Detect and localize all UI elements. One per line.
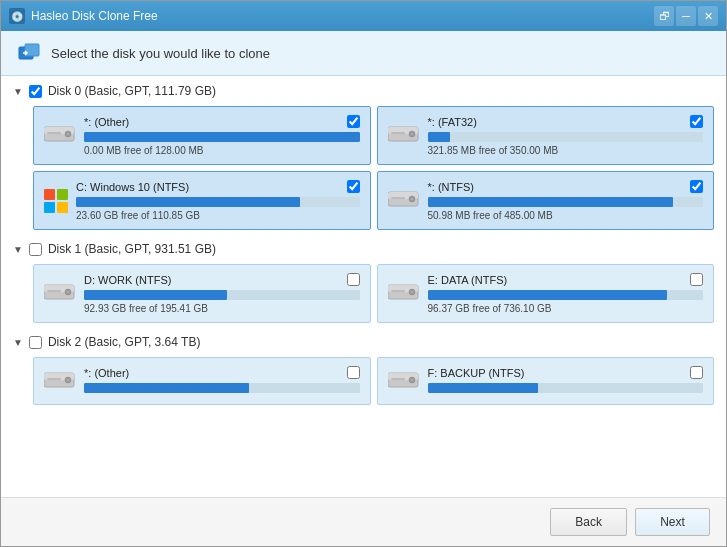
partition-info-2-1: F: BACKUP (NTFS): [428, 366, 704, 396]
partition-info-0-1: *: (FAT32)321.85 MB free of 350.00 MB: [428, 115, 704, 156]
drive-icon: [388, 189, 420, 212]
partition-name-0-0: *: (Other): [84, 116, 129, 128]
partition-name-row-0-1: *: (FAT32): [428, 115, 704, 128]
progress-bar-fill-0-3: [428, 197, 673, 207]
disk-group-2: ▼Disk 2 (Basic, GPT, 3.64 TB) *: (Other)…: [13, 335, 714, 405]
disk-label-0: Disk 0 (Basic, GPT, 111.79 GB): [48, 84, 216, 98]
partition-size-1-0: 92.93 GB free of 195.41 GB: [84, 303, 360, 314]
windows-icon: [44, 189, 68, 213]
next-button[interactable]: Next: [635, 508, 710, 536]
close-button[interactable]: ✕: [698, 6, 718, 26]
partition-checkbox-0-0[interactable]: [347, 115, 360, 128]
back-button[interactable]: Back: [550, 508, 627, 536]
drive-icon: [44, 282, 76, 305]
partitions-grid-disk2: *: (Other) F: BACKUP (NTFS): [33, 357, 714, 405]
svg-point-35: [411, 379, 413, 381]
disk-checkbox-0[interactable]: [29, 85, 42, 98]
partition-name-1-0: D: WORK (NTFS): [84, 274, 171, 286]
partition-name-row-1-0: D: WORK (NTFS): [84, 273, 360, 286]
disk-checkbox-1[interactable]: [29, 243, 42, 256]
svg-rect-21: [47, 290, 61, 292]
partition-name-row-2-0: *: (Other): [84, 366, 360, 379]
chevron-icon-disk0[interactable]: ▼: [13, 86, 23, 97]
partition-info-0-2: C: Windows 10 (NTFS)23.60 GB free of 110…: [76, 180, 360, 221]
partition-name-row-0-3: *: (NTFS): [428, 180, 704, 193]
disk-header-0: ▼Disk 0 (Basic, GPT, 111.79 GB): [13, 84, 714, 98]
drive-icon: [388, 370, 420, 393]
progress-bar-fill-2-0: [84, 383, 249, 393]
drive-icon: [388, 282, 420, 305]
partition-size-0-1: 321.85 MB free of 350.00 MB: [428, 145, 704, 156]
partition-size-0-3: 50.98 MB free of 485.00 MB: [428, 210, 704, 221]
progress-bar-fill-1-1: [428, 290, 668, 300]
app-icon: 💿: [9, 8, 25, 24]
main-window: 💿 Hasleo Disk Clone Free 🗗 ─ ✕ Select th…: [0, 0, 727, 547]
partition-name-2-0: *: (Other): [84, 367, 129, 379]
partition-checkbox-2-0[interactable]: [347, 366, 360, 379]
partition-card-disk1-0: D: WORK (NTFS)92.93 GB free of 195.41 GB: [33, 264, 371, 323]
disk-list[interactable]: ▼Disk 0 (Basic, GPT, 111.79 GB) *: (Othe…: [1, 76, 726, 497]
page-header: Select the disk you would like to clone: [1, 31, 726, 76]
chevron-icon-disk1[interactable]: ▼: [13, 244, 23, 255]
partition-name-2-1: F: BACKUP (NTFS): [428, 367, 525, 379]
svg-point-25: [411, 291, 413, 293]
progress-bar-fill-0-1: [428, 132, 450, 142]
svg-rect-6: [47, 132, 61, 134]
partition-name-0-3: *: (NTFS): [428, 181, 474, 193]
partition-size-0-0: 0.00 MB free of 128.00 MB: [84, 145, 360, 156]
svg-point-15: [411, 198, 413, 200]
partition-info-1-1: E: DATA (NTFS)96.37 GB free of 736.10 GB: [428, 273, 704, 314]
disk-header-2: ▼Disk 2 (Basic, GPT, 3.64 TB): [13, 335, 714, 349]
partition-info-0-3: *: (NTFS)50.98 MB free of 485.00 MB: [428, 180, 704, 221]
partition-checkbox-0-3[interactable]: [690, 180, 703, 193]
disk-group-1: ▼Disk 1 (Basic, GPT, 931.51 GB) D: WORK …: [13, 242, 714, 323]
svg-point-10: [411, 133, 413, 135]
svg-rect-26: [391, 290, 405, 292]
partition-info-2-0: *: (Other): [84, 366, 360, 396]
svg-rect-11: [391, 132, 405, 134]
partition-card-disk0-3: *: (NTFS)50.98 MB free of 485.00 MB: [377, 171, 715, 230]
progress-bar-fill-0-0: [84, 132, 360, 142]
disk-checkbox-2[interactable]: [29, 336, 42, 349]
partition-checkbox-1-1[interactable]: [690, 273, 703, 286]
partition-size-1-1: 96.37 GB free of 736.10 GB: [428, 303, 704, 314]
footer: Back Next: [1, 497, 726, 546]
disk-header-1: ▼Disk 1 (Basic, GPT, 931.51 GB): [13, 242, 714, 256]
svg-rect-36: [391, 378, 405, 380]
svg-point-20: [67, 291, 69, 293]
progress-bar-bg-0-0: [84, 132, 360, 142]
disk-label-1: Disk 1 (Basic, GPT, 931.51 GB): [48, 242, 216, 256]
progress-bar-bg-2-0: [84, 383, 360, 393]
titlebar-controls: 🗗 ─ ✕: [654, 6, 718, 26]
chevron-icon-disk2[interactable]: ▼: [13, 337, 23, 348]
partition-name-0-1: *: (FAT32): [428, 116, 477, 128]
partition-card-disk1-1: E: DATA (NTFS)96.37 GB free of 736.10 GB: [377, 264, 715, 323]
partition-name-1-1: E: DATA (NTFS): [428, 274, 508, 286]
svg-point-5: [67, 133, 69, 135]
progress-bar-fill-1-0: [84, 290, 227, 300]
progress-bar-bg-0-3: [428, 197, 704, 207]
partitions-grid-disk0: *: (Other)0.00 MB free of 128.00 MB *: (…: [33, 106, 714, 230]
drive-icon: [44, 370, 76, 393]
partition-name-row-1-1: E: DATA (NTFS): [428, 273, 704, 286]
svg-rect-16: [391, 197, 405, 199]
partition-info-1-0: D: WORK (NTFS)92.93 GB free of 195.41 GB: [84, 273, 360, 314]
progress-bar-bg-1-0: [84, 290, 360, 300]
partition-checkbox-0-1[interactable]: [690, 115, 703, 128]
window-title: Hasleo Disk Clone Free: [31, 9, 654, 23]
header-text: Select the disk you would like to clone: [51, 46, 270, 61]
partition-info-0-0: *: (Other)0.00 MB free of 128.00 MB: [84, 115, 360, 156]
partitions-grid-disk1: D: WORK (NTFS)92.93 GB free of 195.41 GB…: [33, 264, 714, 323]
partition-card-disk0-1: *: (FAT32)321.85 MB free of 350.00 MB: [377, 106, 715, 165]
partition-checkbox-1-0[interactable]: [347, 273, 360, 286]
progress-bar-bg-0-1: [428, 132, 704, 142]
partition-checkbox-0-2[interactable]: [347, 180, 360, 193]
partition-card-disk2-1: F: BACKUP (NTFS): [377, 357, 715, 405]
partition-checkbox-2-1[interactable]: [690, 366, 703, 379]
drive-icon: [44, 124, 76, 147]
progress-bar-bg-0-2: [76, 197, 360, 207]
partition-name-row-2-1: F: BACKUP (NTFS): [428, 366, 704, 379]
restore-button[interactable]: 🗗: [654, 6, 674, 26]
progress-bar-bg-1-1: [428, 290, 704, 300]
minimize-button[interactable]: ─: [676, 6, 696, 26]
